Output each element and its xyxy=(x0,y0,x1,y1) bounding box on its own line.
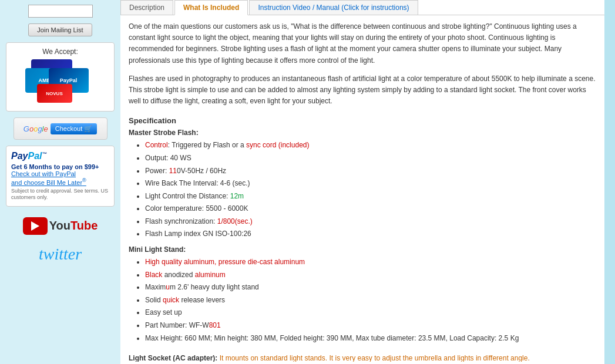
mini-light-title: Mini Light Stand: xyxy=(129,245,596,254)
main-content: Description What Is Included Instruction… xyxy=(120,0,604,364)
list-item: Light Control the Distance: 12m xyxy=(145,190,596,203)
twitter-logo: twitter xyxy=(39,245,82,264)
list-item: Control: Triggered by Flash or a sync co… xyxy=(145,139,596,152)
play-triangle xyxy=(31,221,39,231)
list-item: Max Height: 660 MM; Min height: 380 MM, … xyxy=(145,332,596,345)
list-item: Solid quick release levers xyxy=(145,294,596,307)
list-item: Easy set up xyxy=(145,306,596,319)
paypal-small-print: Subject to credit approval. See terms. U… xyxy=(11,188,109,201)
list-item: Power: 110V-50Hz / 60Hz xyxy=(145,165,596,178)
google-logo-text: Google xyxy=(23,124,48,133)
checkout-label: Checkout xyxy=(55,125,82,132)
spec-section: Specification Master Strobe Flash: Contr… xyxy=(129,116,596,345)
list-item: Part Number: WF-W801 xyxy=(145,319,596,332)
list-item: Output: 40 WS xyxy=(145,152,596,165)
content-area: One of the main questions our customers … xyxy=(120,15,604,362)
list-item: Black anodized aluminum xyxy=(145,269,596,282)
tab-description[interactable]: Description xyxy=(120,0,173,15)
list-item: High quality aluminum, pressure die-cast… xyxy=(145,256,596,269)
paypal-promo-box: PayPal™ Get 6 Months to pay on $99+ Chec… xyxy=(6,146,115,207)
youtube-logo: YouTube xyxy=(22,213,99,239)
list-item: Flash Lamp index GN ISO-100:26 xyxy=(145,228,596,241)
light-socket-label: Light Socket (AC adapter): xyxy=(129,354,217,362)
cart-icon: 🛒 xyxy=(84,125,92,133)
youtube-text: YouTube xyxy=(49,219,98,232)
right-strip xyxy=(604,0,615,364)
list-item: Color temperature: 5500 - 6000K xyxy=(145,203,596,215)
spec-title: Specification xyxy=(129,116,596,125)
we-accept-box: We Accept: VISA AMEX PayPal NOVUS xyxy=(6,42,115,112)
paypal-link2[interactable]: and choose Bill Me Later® xyxy=(11,177,109,186)
paypal-logo: PayPal™ xyxy=(11,151,109,161)
paypal-promo-text: Get 6 Months to pay on $99+ xyxy=(11,163,109,170)
search-input[interactable] xyxy=(28,5,93,18)
paypal-link1[interactable]: Check out with PayPal xyxy=(11,170,109,177)
we-accept-title: We Accept: xyxy=(11,48,109,56)
intro-paragraph: One of the main questions our customers … xyxy=(129,21,596,66)
twitter-text: twitter xyxy=(39,245,82,263)
sidebar: Join Mailing List We Accept: VISA AMEX P… xyxy=(0,0,120,364)
tab-what-is-included[interactable]: What Is Included xyxy=(174,0,248,15)
mailing-list-button[interactable]: Join Mailing List xyxy=(28,23,92,36)
list-item: Maximum 2.6' heavy duty light stand xyxy=(145,281,596,294)
light-socket-section: Light Socket (AC adapter): It mounts on … xyxy=(129,353,596,362)
checkout-btn-inner: Checkout 🛒 xyxy=(51,123,97,134)
mini-light-list: High quality aluminum, pressure die-cast… xyxy=(129,256,596,345)
master-strobe-title: Master Strobe Flash: xyxy=(129,129,596,137)
payment-cards: VISA AMEX PayPal NOVUS xyxy=(25,59,96,106)
tab-instruction-video[interactable]: Instruction Video / Manual (Click for in… xyxy=(249,0,418,15)
google-checkout-button[interactable]: Google Checkout 🛒 xyxy=(14,117,107,140)
novus-card: NOVUS xyxy=(37,84,72,103)
master-strobe-list: Control: Triggered by Flash or a sync co… xyxy=(129,139,596,241)
list-item: Flash synchronization: 1/800(sec.) xyxy=(145,215,596,228)
flash-paragraph: Flashes are used in photography to produ… xyxy=(129,73,596,107)
list-item: Wire Back The Interval: 4-6 (sec.) xyxy=(145,177,596,190)
tabs-bar: Description What Is Included Instruction… xyxy=(120,0,604,15)
light-socket-text: It mounts on standard light stands. It i… xyxy=(220,354,530,362)
youtube-icon xyxy=(23,217,48,235)
